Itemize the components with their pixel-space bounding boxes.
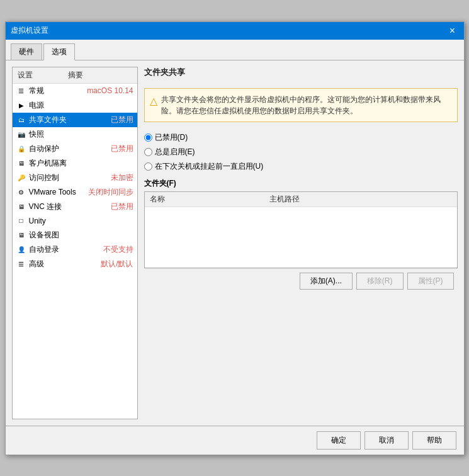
item-name-guest-isolation: 客户机隔离	[29, 158, 133, 169]
radio-label-disabled: 已禁用(D)	[155, 132, 188, 143]
item-icon-guest-isolation: 🖥	[16, 158, 26, 168]
list-item-vmware-tools[interactable]: ⚙VMware Tools关闭时间同步	[13, 185, 137, 200]
item-icon-autoprotect: 🔒	[16, 144, 26, 154]
bottom-bar: 确定 取消 帮助	[6, 426, 464, 455]
item-icon-vnc: 🖥	[16, 201, 26, 212]
folder-table-wrapper: 名称 主机路径	[144, 191, 458, 268]
list-item-general[interactable]: ☰常规macOS 10.14	[13, 84, 137, 98]
add-button[interactable]: 添加(A)...	[300, 273, 353, 290]
dialog: 虚拟机设置 × 硬件 选项 设置 摘要 ☰常规macOS 10.14▶电源🗂共享…	[5, 21, 465, 455]
folder-area: 文件夹(F) 名称 主机路径 添加(A)... 移除(R)	[144, 178, 458, 293]
tab-hardware[interactable]: 硬件	[11, 43, 42, 60]
item-name-device-view: 设备视图	[29, 230, 133, 241]
radio-until-off[interactable]: 在下次关机或挂起前一直启用(U)	[144, 161, 458, 172]
item-name-autologin: 自动登录	[29, 244, 103, 255]
item-name-autoprotect: 自动保护	[29, 144, 111, 154]
ok-button[interactable]: 确定	[317, 431, 361, 450]
right-panel: 文件夹共享 △ 共享文件夹会将您的文件显示给虚拟机中的程序。这可能为您的计算机和…	[144, 67, 458, 419]
col-settings: 设置	[18, 70, 68, 81]
info-box: △ 共享文件夹会将您的文件显示给虚拟机中的程序。这可能为您的计算机和数据带来风险…	[144, 88, 458, 122]
item-name-vnc: VNC 连接	[29, 201, 111, 212]
item-value-access-control: 未加密	[111, 173, 133, 183]
properties-button[interactable]: 属性(P)	[407, 273, 454, 290]
item-name-advanced: 高级	[29, 259, 101, 269]
item-icon-power: ▶	[16, 100, 26, 110]
radio-input-until-off[interactable]	[144, 162, 152, 171]
settings-list: ☰常规macOS 10.14▶电源🗂共享文件夹已禁用📷快照🔒自动保护已禁用🖥客户…	[13, 84, 137, 419]
col-hostpath: 主机路径	[264, 192, 456, 207]
folder-table: 名称 主机路径	[145, 192, 457, 268]
list-item-power[interactable]: ▶电源	[13, 98, 137, 113]
tabs-bar: 硬件 选项	[6, 40, 464, 60]
list-item-snapshot[interactable]: 📷快照	[13, 127, 137, 142]
item-icon-general: ☰	[16, 86, 26, 96]
item-value-vmware-tools: 关闭时间同步	[88, 187, 133, 198]
main-content: 设置 摘要 ☰常规macOS 10.14▶电源🗂共享文件夹已禁用📷快照🔒自动保护…	[6, 60, 464, 426]
item-name-snapshot: 快照	[29, 129, 133, 140]
item-value-autologin: 不受支持	[103, 244, 133, 255]
radio-input-always[interactable]	[144, 148, 152, 156]
radio-group: 已禁用(D)总是启用(E)在下次关机或挂起前一直启用(U)	[144, 132, 458, 172]
list-item-advanced[interactable]: ☰高级默认/默认	[13, 257, 137, 271]
warning-text: 共享文件夹会将您的文件显示给虚拟机中的程序。这可能为您的计算机和数据带来风险。请…	[161, 94, 452, 116]
item-icon-snapshot: 📷	[16, 129, 26, 139]
col-summary: 摘要	[68, 70, 83, 81]
item-value-shared-folder: 已禁用	[111, 115, 133, 125]
list-item-access-control[interactable]: 🔑访问控制未加密	[13, 171, 137, 185]
radio-label-always: 总是启用(E)	[155, 147, 195, 157]
item-icon-access-control: 🔑	[16, 173, 26, 183]
left-panel-header: 设置 摘要	[13, 67, 137, 84]
list-item-vnc[interactable]: 🖥VNC 连接已禁用	[13, 200, 137, 214]
left-panel: 设置 摘要 ☰常规macOS 10.14▶电源🗂共享文件夹已禁用📷快照🔒自动保护…	[12, 67, 138, 419]
radio-input-disabled[interactable]	[144, 133, 152, 142]
item-name-power: 电源	[29, 100, 133, 111]
item-icon-shared-folder: 🗂	[16, 115, 26, 125]
radio-label-until-off: 在下次关机或挂起前一直启用(U)	[155, 161, 264, 172]
list-item-shared-folder[interactable]: 🗂共享文件夹已禁用	[13, 113, 137, 127]
close-button[interactable]: ×	[446, 25, 459, 37]
cancel-button[interactable]: 取消	[364, 431, 409, 450]
section-title: 文件夹共享	[144, 67, 458, 78]
help-button[interactable]: 帮助	[412, 431, 456, 450]
list-item-unity[interactable]: □Unity	[13, 214, 137, 228]
list-item-guest-isolation[interactable]: 🖥客户机隔离	[13, 156, 137, 171]
tab-options[interactable]: 选项	[43, 43, 75, 60]
item-value-general: macOS 10.14	[87, 86, 133, 95]
item-icon-unity: □	[16, 216, 26, 226]
remove-button[interactable]: 移除(R)	[356, 273, 404, 290]
item-value-advanced: 默认/默认	[101, 259, 133, 269]
warning-icon: △	[150, 94, 157, 116]
item-value-autoprotect: 已禁用	[111, 144, 133, 154]
col-name: 名称	[145, 192, 265, 207]
item-icon-vmware-tools: ⚙	[16, 187, 26, 197]
item-name-unity: Unity	[29, 217, 133, 225]
radio-always[interactable]: 总是启用(E)	[144, 147, 458, 157]
folder-buttons: 添加(A)... 移除(R) 属性(P)	[144, 268, 458, 293]
dialog-title: 虚拟机设置	[11, 25, 48, 36]
titlebar: 虚拟机设置 ×	[6, 22, 464, 40]
item-name-general: 常规	[29, 86, 88, 96]
item-name-access-control: 访问控制	[29, 173, 111, 183]
folder-section-label: 文件夹(F)	[144, 178, 458, 189]
item-name-shared-folder: 共享文件夹	[29, 115, 111, 125]
item-icon-autologin: 👤	[16, 244, 26, 254]
list-item-autoprotect[interactable]: 🔒自动保护已禁用	[13, 142, 137, 156]
radio-disabled[interactable]: 已禁用(D)	[144, 132, 458, 143]
list-item-autologin[interactable]: 👤自动登录不受支持	[13, 242, 137, 257]
item-value-vnc: 已禁用	[111, 201, 133, 212]
list-item-device-view[interactable]: 🖥设备视图	[13, 228, 137, 242]
item-icon-device-view: 🖥	[16, 230, 26, 240]
item-name-vmware-tools: VMware Tools	[29, 188, 88, 196]
item-icon-advanced: ☰	[16, 259, 26, 269]
